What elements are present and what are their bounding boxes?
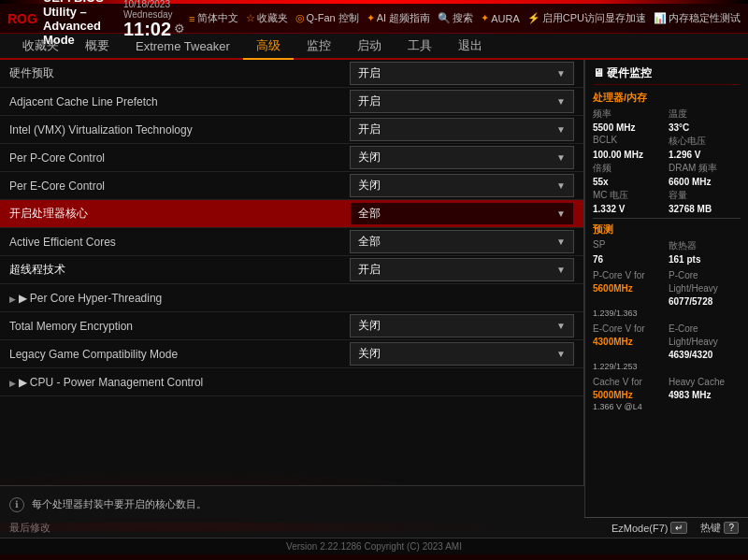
row-label-hw-prefetch: 硬件预取 — [9, 65, 350, 81]
qfan-icon: ◎ — [295, 12, 305, 24]
row-label-mem-encrypt: Total Memory Encryption — [9, 320, 350, 333]
core-v-val: 1.296 V — [669, 150, 741, 160]
enable-cores-val: 全部 — [358, 206, 381, 222]
per-ecore-val: 关闭 — [358, 178, 381, 194]
row-value-enable-cores[interactable]: 全部 ▼ — [350, 202, 574, 225]
mem-encrypt-arrow: ▼ — [556, 321, 566, 331]
mem-encrypt-val: 关闭 — [358, 318, 381, 334]
nav-advanced[interactable]: 高级 — [243, 34, 294, 60]
row-value-mem-encrypt[interactable]: 关闭 ▼ — [350, 314, 574, 337]
row-active-efficient: Active Efficient Cores 全部 ▼ — [0, 228, 583, 256]
cache-hc-val: 4983 MHz — [669, 390, 712, 400]
temp-val: 33°C — [669, 122, 741, 133]
active-efficient-arrow: ▼ — [556, 237, 566, 247]
row-label-cpu-power: ▶ CPU - Power Management Control — [9, 376, 574, 389]
row-label-per-pcore: Per P-Core Control — [9, 151, 350, 165]
ez-mode-btn[interactable]: EzMode(F7) ↵ — [611, 522, 688, 534]
cpu-mem-section: 处理器/内存 — [593, 91, 741, 105]
ai-icon: ✦ — [367, 12, 375, 24]
settings-list: 硬件预取 开启 ▼ Adjacent Cache Line Prefetch 开… — [0, 60, 583, 396]
core-v-label: 核心电压 — [669, 135, 741, 148]
pcore-v-range: 1.239/1.363 — [593, 309, 741, 318]
version-bar: Version 2.22.1286 Copyright (C) 2023 AMI — [0, 538, 748, 554]
ratio-label: 倍频 — [593, 162, 665, 175]
bottom-right: EzMode(F7) ↵ 热键 ? — [611, 521, 739, 535]
row-cpu-power[interactable]: ▶ CPU - Power Management Control — [0, 368, 583, 396]
cache-v-freq-label-col: Cache V for 5000MHz — [593, 375, 665, 401]
nav-favorites[interactable]: 收藏夹 — [9, 34, 72, 60]
dram-val: 6600 MHz — [669, 177, 741, 187]
row-value-active-efficient[interactable]: 全部 ▼ — [350, 230, 574, 253]
hyperthreading-val: 开启 — [358, 262, 381, 278]
toolbar-language[interactable]: ≡ 简体中文 — [189, 11, 237, 25]
cache-section: Cache V for 5000MHz Heavy Cache 4983 MHz… — [593, 375, 741, 411]
row-label-active-efficient: Active Efficient Cores — [9, 236, 350, 249]
row-hyperthreading: 超线程技术 开启 ▼ — [0, 256, 583, 284]
toolbar-aura[interactable]: ✦ AURA — [481, 12, 520, 24]
row-value-per-ecore[interactable]: 关闭 ▼ — [350, 174, 574, 197]
pcore-v-freq-val: 5600MHz — [593, 283, 633, 294]
pcore-lh-label: P-Core Light/Heavy — [669, 270, 718, 294]
pcore-lh-col: P-Core Light/Heavy 6077/5728 — [669, 268, 741, 308]
hotkey-btn[interactable]: 热键 ? — [700, 521, 739, 535]
cache-v-freq-val: 5000MHz — [593, 390, 633, 400]
nav-exit[interactable]: 退出 — [445, 34, 496, 60]
cache-v-range: 1.366 V @L4 — [593, 402, 741, 411]
ecore-section: E-Core V for 4300MHz E-Core Light/Heavy … — [593, 322, 741, 371]
toolbar-favorites[interactable]: ☆ 收藏夹 — [246, 11, 288, 25]
nav-tools[interactable]: 工具 — [395, 34, 445, 60]
toolbar-qfan[interactable]: ◎ Q-Fan 控制 — [295, 11, 359, 25]
ecore-v-freq-label: E-Core V for — [593, 323, 645, 334]
hyperthreading-arrow: ▼ — [556, 265, 566, 275]
row-value-vmx[interactable]: 开启 ▼ — [350, 118, 574, 141]
favorites-label: 收藏夹 — [257, 11, 288, 25]
freq-val: 5500 MHz — [593, 122, 665, 133]
hotkey-key: ? — [724, 522, 739, 534]
row-value-hyperthreading[interactable]: 开启 ▼ — [350, 258, 574, 281]
last-modified-label: 最后修改 — [9, 521, 50, 535]
cache-row1: Cache V for 5000MHz Heavy Cache 4983 MHz — [593, 375, 741, 401]
toolbar-mem-test[interactable]: 📊 内存稳定性测试 — [654, 11, 741, 25]
per-pcore-val: 关闭 — [358, 150, 381, 165]
nav-extreme-tweaker[interactable]: Extreme Tweaker — [122, 36, 243, 59]
row-hw-prefetch: 硬件预取 开启 ▼ — [0, 60, 583, 88]
row-label-hyperthreading: 超线程技术 — [9, 262, 350, 278]
ratio-val: 55x — [593, 177, 665, 187]
pcore-section: P-Core V for 5600MHz P-Core Light/Heavy … — [593, 268, 741, 318]
row-value-legacy-game[interactable]: 关闭 ▼ — [350, 342, 574, 366]
adj-cache-val: 开启 — [358, 93, 381, 109]
nav-monitor[interactable]: 监控 — [294, 34, 344, 60]
main-nav: 收藏夹 概要 Extreme Tweaker 高级 监控 启动 工具 退出 — [0, 34, 748, 60]
toolbar-ai[interactable]: ✦ AI 超频指南 — [367, 11, 430, 25]
legacy-game-val: 关闭 — [358, 346, 381, 362]
row-value-hw-prefetch[interactable]: 开启 ▼ — [350, 62, 574, 85]
row-per-core-ht[interactable]: ▶ Per Core Hyper-Threading — [0, 284, 583, 312]
active-efficient-val: 全部 — [358, 234, 381, 250]
cap-label: 容量 — [669, 189, 741, 202]
toolbar-cpu-mem[interactable]: ⚡ 启用CPU访问显存加速 — [527, 11, 646, 25]
freq-label: 频率 — [593, 108, 665, 121]
favorites-icon: ☆ — [246, 12, 255, 24]
mc-v-val: 1.332 V — [593, 204, 665, 214]
cap-val: 32768 MB — [669, 204, 741, 214]
legacy-game-arrow: ▼ — [556, 349, 566, 359]
monitor-icon: 🖥 — [593, 66, 604, 79]
ecore-v-range: 1.229/1.253 — [593, 362, 741, 371]
cache-hc-col: Heavy Cache 4983 MHz — [669, 375, 741, 401]
row-value-per-pcore[interactable]: 关闭 ▼ — [350, 146, 574, 169]
hw-divider — [593, 218, 741, 219]
language-icon: ≡ — [189, 13, 194, 24]
row-value-adj-cache[interactable]: 开启 ▼ — [350, 90, 574, 113]
hw-monitor-panel: 🖥 硬件监控 处理器/内存 频率 温度 5500 MHz 33°C BCLK 核… — [584, 60, 748, 517]
gear-icon[interactable]: ⚙ — [174, 22, 185, 36]
time-area: 10/18/2023 Wednesday 11:02 ⚙ — [123, 0, 185, 38]
pcore-lh-val: 6077/5728 — [669, 296, 712, 307]
qfan-label: Q-Fan 控制 — [307, 11, 359, 25]
nav-boot[interactable]: 启动 — [344, 34, 395, 60]
toolbar-search[interactable]: 🔍 搜索 — [438, 11, 473, 25]
row-per-pcore: Per P-Core Control 关闭 ▼ — [0, 144, 583, 172]
nav-overview[interactable]: 概要 — [72, 34, 122, 60]
pcore-row1: P-Core V for 5600MHz P-Core Light/Heavy … — [593, 268, 741, 308]
dram-label: DRAM 频率 — [669, 162, 741, 175]
cpu-mem-icon: ⚡ — [527, 12, 540, 24]
